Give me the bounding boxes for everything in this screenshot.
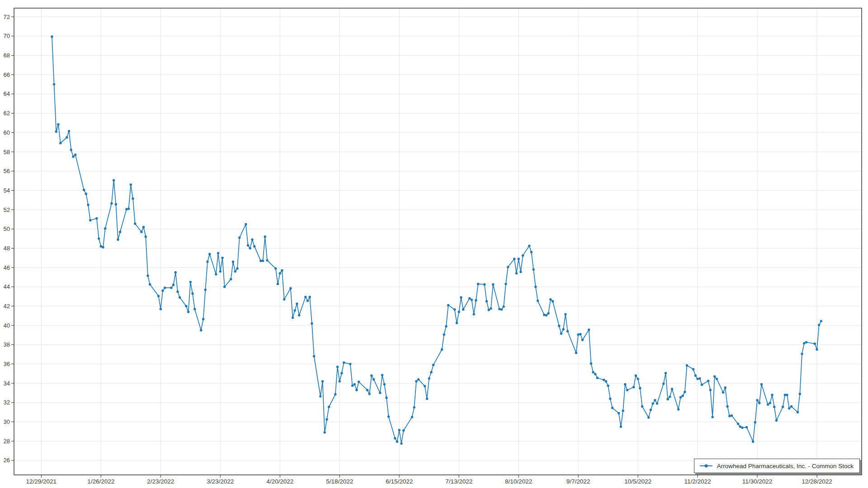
plot-area[interactable] <box>14 8 862 475</box>
x-tick-label: 2/23/2022 <box>147 478 174 485</box>
y-tick-label: 56 <box>4 168 10 174</box>
y-tick-label: 26 <box>4 457 10 464</box>
y-tick-label: 64 <box>4 90 10 97</box>
legend-series-label: Arrowhead Pharmaceuticals, Inc. - Common… <box>717 463 854 469</box>
y-tick-label: 48 <box>4 245 10 252</box>
legend-box: Arrowhead Pharmaceuticals, Inc. - Common… <box>694 459 860 473</box>
x-tick-label: 5/18/2022 <box>326 478 353 485</box>
y-tick-label: 36 <box>4 361 10 367</box>
y-tick-label: 32 <box>4 399 10 406</box>
x-tick-label: 6/15/2022 <box>386 478 413 485</box>
y-tick-label: 66 <box>4 71 10 78</box>
legend-line-marker-icon <box>699 463 713 469</box>
x-tick-label: 1/26/2022 <box>87 478 114 485</box>
y-tick-label: 58 <box>4 149 10 155</box>
y-tick-label: 40 <box>4 322 10 329</box>
y-tick-label: 60 <box>4 129 10 136</box>
y-tick-label: 68 <box>4 52 10 59</box>
y-tick-label: 44 <box>4 283 10 290</box>
x-tick-label: 4/20/2022 <box>266 478 293 485</box>
y-tick-label: 62 <box>4 110 10 117</box>
x-tick-label: 10/5/2022 <box>624 478 651 485</box>
x-tick-label: 11/2/2022 <box>684 478 711 485</box>
x-tick-label: 8/10/2022 <box>505 478 532 485</box>
y-tick-label: 70 <box>4 33 10 39</box>
x-tick-label: 7/13/2022 <box>445 478 472 485</box>
y-tick-label: 30 <box>4 418 10 425</box>
x-tick-label: 12/29/2021 <box>26 478 57 485</box>
stock-price-chart: 2628303234363840424446485052545658606264… <box>0 0 868 488</box>
y-tick-label: 34 <box>4 380 10 387</box>
y-tick-label: 52 <box>4 206 10 213</box>
y-tick-label: 42 <box>4 303 10 310</box>
x-tick-label: 12/28/2022 <box>802 478 832 485</box>
x-tick-label: 11/30/2022 <box>742 478 773 485</box>
y-tick-label: 54 <box>4 187 10 194</box>
y-tick-label: 38 <box>4 341 10 348</box>
chart-window: 2628303234363840424446485052545658606264… <box>0 0 868 488</box>
y-tick-label: 28 <box>4 438 10 445</box>
x-tick-label: 9/7/2022 <box>566 478 590 485</box>
y-tick-label: 46 <box>4 264 10 271</box>
y-tick-label: 72 <box>4 14 10 20</box>
x-tick-label: 3/23/2022 <box>207 478 234 485</box>
y-tick-label: 50 <box>4 225 10 232</box>
